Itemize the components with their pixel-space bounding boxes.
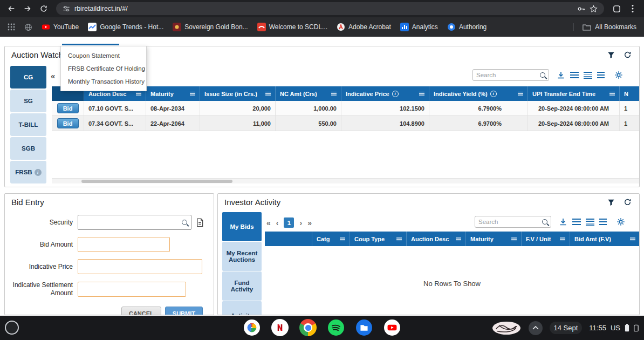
menu-item-monthly-transaction[interactable]: Monthly Transaction History — [61, 75, 146, 88]
filter-icon[interactable] — [607, 51, 615, 59]
col-nc-amt[interactable]: NC Amt (Crs) — [276, 86, 341, 101]
password-key-icon[interactable] — [577, 5, 585, 13]
bookmark-sovereign-gold[interactable]: Sovereign Gold Bon... — [173, 23, 248, 31]
refresh-icon[interactable] — [624, 198, 632, 206]
column-menu-icon[interactable] — [511, 237, 517, 241]
tab-sg[interactable]: SG — [10, 90, 46, 112]
gear-icon[interactable] — [616, 217, 625, 226]
bid-button[interactable]: Bid — [57, 103, 79, 113]
forward-icon[interactable] — [20, 2, 35, 16]
bookmark-authoring[interactable]: Authoring — [447, 23, 487, 31]
bookmark-youtube[interactable]: YouTube — [42, 23, 79, 31]
shelf-expand-icon[interactable] — [529, 321, 543, 335]
photos-pinwheel-app-icon[interactable] — [243, 319, 261, 336]
column-menu-icon[interactable] — [560, 237, 565, 241]
tab-fund-activity[interactable]: Fund Activity — [222, 271, 262, 301]
menu-item-frsb-certificate[interactable]: FRSB Certificate Of Holding — [61, 62, 146, 75]
column-menu-icon[interactable] — [136, 92, 141, 96]
date-button[interactable]: 14 Sept — [550, 322, 583, 334]
dense-list-view-icon[interactable] — [586, 219, 594, 226]
system-tray[interactable]: 11:55 US — [589, 324, 639, 332]
col-upi-end-time[interactable]: UPI Transfer End Time — [528, 86, 620, 101]
refresh-icon[interactable] — [624, 51, 632, 59]
col-indicative-price[interactable]: Indicative Price — [341, 86, 429, 101]
back-icon[interactable] — [4, 2, 18, 16]
col-indicative-yield[interactable]: Indicative Yield (%) — [429, 86, 528, 101]
col-fv-unit[interactable]: F.V / Unit — [522, 232, 570, 246]
col-clipped[interactable]: N — [620, 86, 639, 101]
scrollbar-thumb[interactable] — [81, 180, 232, 183]
activity-search-box[interactable] — [475, 216, 551, 228]
bookmark-scdl[interactable]: Welcome to SCDL... — [257, 23, 327, 31]
compact-list-view-icon[interactable] — [597, 72, 605, 78]
tab-my-recent-auctions[interactable]: My Recent Auctions — [222, 242, 262, 271]
filter-icon[interactable] — [607, 199, 615, 206]
files-app-icon[interactable] — [355, 319, 373, 336]
list-view-icon[interactable] — [570, 72, 579, 78]
info-icon[interactable] — [392, 91, 399, 97]
activity-search-input[interactable] — [478, 219, 542, 225]
list-view-icon[interactable] — [572, 219, 581, 225]
info-icon[interactable] — [490, 91, 497, 97]
column-menu-icon[interactable] — [396, 237, 402, 241]
submit-button[interactable]: SUBMIT — [165, 307, 203, 315]
column-menu-icon[interactable] — [190, 92, 195, 96]
cancel-button[interactable]: CANCEL — [121, 307, 161, 315]
tab-activity[interactable]: Activity — [222, 301, 262, 315]
security-search-icon[interactable] — [182, 220, 187, 225]
spotify-app-icon[interactable] — [327, 319, 345, 336]
browser-menu-icon[interactable] — [626, 2, 640, 16]
youtube-app-icon[interactable] — [383, 319, 401, 336]
col-auction-desc[interactable]: Auction Desc — [407, 232, 466, 246]
column-menu-icon[interactable] — [265, 92, 271, 96]
collapse-sidebar-icon[interactable]: « — [51, 71, 55, 80]
download-icon[interactable] — [559, 217, 567, 226]
next-page-icon[interactable]: › — [299, 219, 302, 227]
auction-search-box[interactable] — [472, 69, 549, 81]
tab-tbill[interactable]: T-BILL — [10, 113, 46, 136]
compact-list-view-icon[interactable] — [599, 219, 607, 225]
auction-search-input[interactable] — [476, 72, 540, 78]
url-bar[interactable]: rbiretaildirect.in/#/ — [56, 2, 604, 15]
tab-frsb[interactable]: FRSB — [10, 161, 46, 183]
horizontal-scrollbar[interactable] — [52, 178, 639, 183]
column-menu-icon[interactable] — [456, 237, 461, 241]
bookmark-google-trends[interactable]: Google Trends - Hot... — [88, 23, 163, 31]
last-page-icon[interactable]: » — [307, 219, 312, 227]
dense-list-view-icon[interactable] — [584, 72, 592, 79]
column-menu-icon[interactable] — [630, 237, 635, 241]
bid-amount-input[interactable] — [78, 237, 170, 252]
tab-cg[interactable]: CG — [10, 66, 46, 89]
bookmark-adobe-acrobat[interactable]: Adobe Acrobat — [337, 23, 391, 31]
column-menu-icon[interactable] — [609, 92, 615, 96]
launcher-button[interactable] — [5, 321, 19, 335]
netflix-app-icon[interactable] — [271, 319, 289, 336]
security-input[interactable] — [78, 215, 191, 230]
all-bookmarks-button[interactable]: All Bookmarks — [573, 23, 636, 31]
gear-icon[interactable] — [614, 71, 623, 79]
column-menu-icon[interactable] — [419, 92, 424, 96]
chrome-app-icon[interactable] — [299, 319, 317, 336]
bookmark-analytics[interactable]: Analytics — [400, 23, 438, 31]
extensions-icon[interactable] — [609, 2, 624, 16]
download-icon[interactable] — [557, 71, 565, 79]
apps-grid-icon[interactable] — [8, 23, 15, 31]
tab-my-bids[interactable]: My Bids — [222, 212, 262, 241]
indicative-price-input[interactable] — [78, 259, 202, 274]
prev-page-icon[interactable]: ‹ — [276, 219, 279, 227]
column-menu-icon[interactable] — [331, 92, 337, 96]
column-menu-icon[interactable] — [340, 237, 345, 241]
site-settings-icon[interactable] — [63, 5, 70, 12]
col-coup-type[interactable]: Coup Type — [350, 232, 407, 246]
col-bid-amt[interactable]: Bid Amt (F.V) — [570, 232, 639, 246]
select-security-icon[interactable] — [195, 218, 204, 227]
globe-bookmark-icon[interactable] — [24, 23, 32, 31]
reload-icon[interactable] — [37, 2, 51, 16]
frsb-info-icon[interactable] — [35, 169, 42, 176]
col-catg[interactable]: Catg — [312, 232, 350, 246]
col-issue-size[interactable]: Issue Size (in Crs.) — [200, 86, 276, 101]
menu-item-coupon-statement[interactable]: Coupon Statement — [61, 49, 146, 62]
column-menu-icon[interactable] — [518, 92, 523, 96]
bid-button[interactable]: Bid — [57, 118, 79, 128]
col-maturity[interactable]: Maturity — [146, 86, 200, 101]
